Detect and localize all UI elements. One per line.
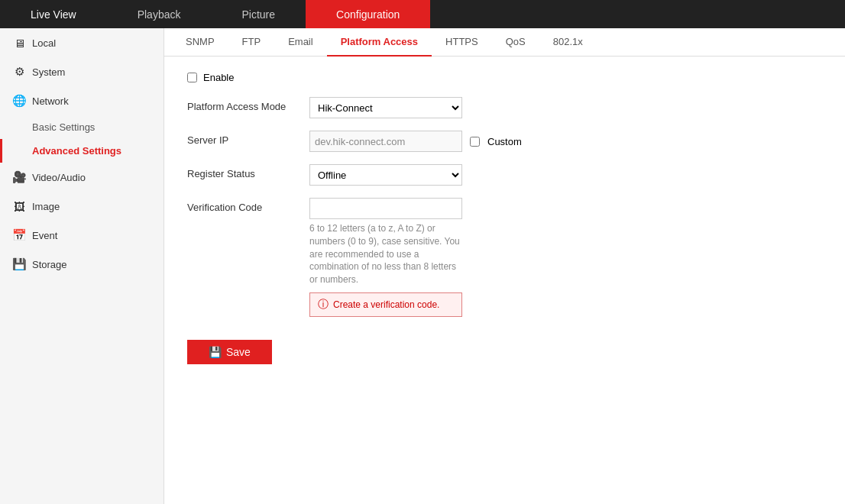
sidebar-label-system: System: [32, 66, 65, 78]
verification-code-label: Verification Code: [187, 198, 309, 213]
tab-https[interactable]: HTTPS: [432, 28, 492, 57]
sidebar-subitem-basic-settings[interactable]: Basic Settings: [0, 115, 163, 139]
main-layout: Local System Network Basic Settings Adva…: [0, 28, 845, 504]
sidebar-item-event[interactable]: Event: [0, 221, 163, 250]
tab-bar: SNMP FTP Email Platform Access HTTPS QoS…: [164, 28, 845, 57]
system-icon: [12, 65, 26, 79]
verification-note: 6 to 12 letters (a to z, A to Z) or numb…: [309, 222, 462, 286]
alert-icon: ⓘ: [318, 298, 329, 312]
platform-access-mode-select[interactable]: Hik-Connect: [309, 97, 462, 118]
platform-access-mode-row: Platform Access Mode Hik-Connect: [187, 97, 822, 118]
sidebar-label-storage: Storage: [32, 259, 67, 270]
sidebar-item-network[interactable]: Network: [0, 86, 163, 115]
nav-picture[interactable]: Picture: [211, 0, 306, 28]
server-ip-input[interactable]: [309, 131, 462, 152]
top-navigation: Live View Playback Picture Configuration: [0, 0, 845, 28]
network-icon: [12, 94, 26, 108]
custom-checkbox[interactable]: [470, 137, 480, 147]
custom-label: Custom: [487, 136, 522, 147]
sidebar-label-image: Image: [32, 201, 60, 212]
save-label: Save: [226, 346, 251, 358]
server-ip-label: Server IP: [187, 131, 309, 146]
verification-code-input[interactable]: [309, 198, 462, 219]
register-status-select[interactable]: Offline Online: [309, 164, 462, 186]
platform-access-mode-label: Platform Access Mode: [187, 97, 309, 112]
enable-checkbox[interactable]: [187, 73, 197, 82]
event-icon: [12, 228, 26, 242]
sidebar-label-local: Local: [32, 37, 56, 49]
create-verification-alert[interactable]: ⓘ Create a verification code.: [309, 292, 462, 317]
sidebar-label-event: Event: [32, 230, 57, 241]
nav-live-view[interactable]: Live View: [0, 0, 107, 28]
save-icon: 💾: [209, 346, 222, 358]
tab-email[interactable]: Email: [274, 28, 327, 57]
nav-playback[interactable]: Playback: [107, 0, 212, 28]
sidebar-label-video-audio: Video/Audio: [32, 172, 86, 183]
verification-code-area: 6 to 12 letters (a to z, A to Z) or numb…: [309, 198, 462, 317]
storage-icon: [12, 257, 26, 271]
register-status-row: Register Status Offline Online: [187, 164, 822, 186]
platform-access-mode-control: Hik-Connect: [309, 97, 462, 118]
server-ip-row: Server IP Custom: [187, 131, 822, 152]
save-button[interactable]: 💾 Save: [187, 340, 272, 364]
tab-snmp[interactable]: SNMP: [172, 28, 228, 57]
sidebar-label-network: Network: [32, 95, 69, 107]
tab-qos[interactable]: QoS: [492, 28, 539, 57]
server-ip-area: Custom: [309, 131, 522, 152]
sidebar-item-system[interactable]: System: [0, 57, 163, 86]
sidebar-item-local[interactable]: Local: [0, 28, 163, 57]
video-icon: [12, 170, 26, 184]
nav-configuration[interactable]: Configuration: [306, 0, 430, 28]
tab-ftp[interactable]: FTP: [228, 28, 275, 57]
sidebar-item-video-audio[interactable]: Video/Audio: [0, 163, 163, 192]
create-verification-label: Create a verification code.: [333, 299, 439, 310]
enable-label: Enable: [203, 72, 234, 83]
sidebar-item-storage[interactable]: Storage: [0, 250, 163, 279]
sidebar: Local System Network Basic Settings Adva…: [0, 28, 164, 504]
image-icon: [12, 199, 26, 213]
platform-access-form: Enable Platform Access Mode Hik-Connect …: [164, 57, 845, 380]
tab-platform-access[interactable]: Platform Access: [327, 28, 432, 57]
tab-8021x[interactable]: 802.1x: [539, 28, 597, 57]
monitor-icon: [12, 36, 26, 50]
sidebar-subitem-advanced-settings[interactable]: Advanced Settings: [0, 139, 163, 163]
register-status-label: Register Status: [187, 164, 309, 179]
verification-code-row: Verification Code 6 to 12 letters (a to …: [187, 198, 822, 317]
enable-row: Enable: [187, 72, 822, 83]
sidebar-item-image[interactable]: Image: [0, 192, 163, 221]
register-status-control: Offline Online: [309, 164, 462, 186]
main-content: SNMP FTP Email Platform Access HTTPS QoS…: [164, 28, 845, 504]
